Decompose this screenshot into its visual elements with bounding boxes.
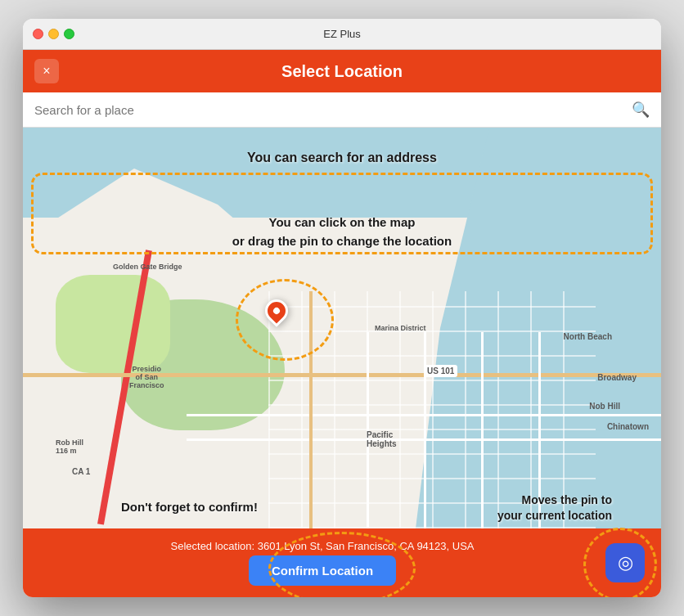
- compass-icon: ◎: [618, 552, 633, 573]
- app-window: EZ Plus × Select Location 🔍: [23, 19, 661, 597]
- search-icon: 🔍: [632, 101, 650, 118]
- label-presidio: Presidioof SanFrancisco: [129, 365, 164, 389]
- location-label: Selected location:: [171, 540, 255, 552]
- label-marina: Marina District: [375, 324, 426, 332]
- label-rob-hill: Rob Hill116 m: [56, 438, 83, 455]
- traffic-lights: [33, 29, 74, 39]
- bottom-content: Selected location: 3601 Lyon St, San Fra…: [39, 540, 605, 586]
- close-traffic-light[interactable]: [33, 29, 43, 39]
- location-value: 3601 Lyon St, San Francisco, CA 94123, U…: [258, 540, 475, 552]
- titlebar: EZ Plus: [23, 19, 661, 50]
- search-button[interactable]: 🔍: [632, 101, 650, 119]
- pin-icon: [260, 295, 293, 327]
- search-bar: 🔍: [23, 92, 661, 128]
- label-nob-hill: Nob Hill: [589, 402, 620, 411]
- header-bar: × Select Location: [23, 50, 661, 92]
- location-pin[interactable]: [265, 299, 288, 322]
- close-button[interactable]: ×: [34, 59, 59, 83]
- annotation-moves: Moves the pin toyour current location: [497, 492, 612, 524]
- minimize-traffic-light[interactable]: [48, 29, 59, 39]
- label-us101: US 101: [424, 365, 457, 377]
- current-location-button[interactable]: ◎: [605, 543, 645, 582]
- bottom-bar: Selected location: 3601 Lyon St, San Fra…: [23, 528, 661, 597]
- map-road-h1: [23, 373, 661, 377]
- label-chinatown: Chinatown: [607, 422, 649, 431]
- annotation-confirm: Don't forget to confirm!: [121, 500, 258, 514]
- label-broadway: Broadway: [597, 373, 637, 382]
- label-golden-gate: Golden Gate Bridge: [113, 263, 182, 271]
- annotation-click: You can click on the mapor drag the pin …: [232, 214, 452, 250]
- search-area: 🔍: [23, 92, 661, 128]
- selected-location: Selected location: 3601 Lyon St, San Fra…: [171, 540, 475, 552]
- header-title: Select Location: [281, 62, 403, 81]
- label-pacific-heights: PacificHeights: [367, 430, 397, 448]
- label-ca1: CA 1: [72, 467, 90, 476]
- pin-dot: [272, 306, 281, 315]
- map-road-v4: [481, 332, 484, 528]
- annotation-search: You can search for an address: [247, 151, 437, 165]
- fullscreen-traffic-light[interactable]: [64, 29, 74, 39]
- search-input[interactable]: [34, 103, 632, 117]
- label-north-beach: North Beach: [564, 332, 612, 341]
- annotation-click-text: You can click on the mapor drag the pin …: [232, 215, 452, 248]
- window-title: EZ Plus: [323, 28, 361, 40]
- map-park-secondary: [56, 275, 170, 373]
- map-road-v3: [424, 332, 426, 528]
- close-icon: ×: [43, 64, 50, 79]
- confirm-button[interactable]: Confirm Location: [249, 555, 396, 586]
- map-container[interactable]: Golden Gate Bridge Presidioof SanFrancis…: [23, 128, 661, 528]
